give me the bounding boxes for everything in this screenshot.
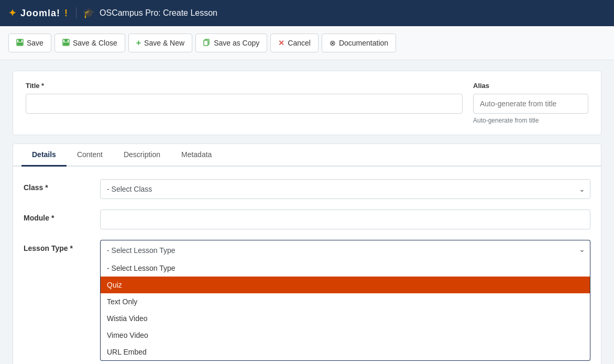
cancel-icon: ✕: [278, 39, 284, 47]
title-section: Title * Alias Auto-generate from title: [13, 71, 601, 135]
alias-input[interactable]: [473, 94, 588, 114]
class-row: Class * - Select Class ⌄: [24, 179, 590, 199]
dropdown-option-vimeo[interactable]: Vimeo Video: [101, 327, 590, 344]
lesson-type-row: Lesson Type * - Select Lesson Type ⌄ - S…: [24, 240, 590, 361]
alias-field-group: Alias Auto-generate from title: [473, 82, 588, 124]
lesson-type-selected-value: - Select Lesson Type: [107, 246, 175, 255]
dropdown-option-wistia[interactable]: Wistia Video: [101, 310, 590, 327]
dropdown-option-quiz[interactable]: Quiz: [101, 277, 590, 293]
top-nav: ✦ Joomla! ! 🎓 OSCampus Pro: Create Lesso…: [0, 0, 614, 26]
cancel-label: Cancel: [288, 39, 311, 47]
graduation-cap-icon: 🎓: [83, 7, 94, 19]
toolbar: Save Save & Close + Save & New Save as C…: [0, 26, 614, 60]
svg-rect-2: [17, 42, 23, 45]
lesson-type-select-wrapper: - Select Lesson Type ⌄: [100, 240, 590, 260]
lesson-type-dropdown: - Select Lesson Type Quiz Text Only Wist…: [100, 260, 590, 361]
class-select[interactable]: - Select Class: [100, 179, 590, 199]
joomla-star-icon: ✦: [8, 7, 16, 19]
save-icon: [16, 39, 24, 48]
documentation-button[interactable]: ⊗ Documentation: [322, 34, 396, 52]
joomla-logo: ✦ Joomla! !: [8, 7, 76, 19]
details-tab-content: Class * - Select Class ⌄ Module *: [13, 167, 601, 364]
alias-label: Alias: [473, 82, 588, 90]
tab-content[interactable]: Content: [67, 144, 113, 167]
save-label: Save: [27, 39, 43, 47]
svg-rect-1: [18, 39, 21, 42]
save-new-icon: +: [136, 38, 141, 48]
title-label: Title *: [26, 82, 463, 90]
module-input[interactable]: [100, 209, 590, 229]
module-row: Module *: [24, 209, 590, 229]
module-field: [100, 209, 590, 229]
save-copy-button[interactable]: Save as Copy: [195, 34, 267, 52]
title-field-group: Title *: [26, 82, 463, 114]
docs-icon: ⊗: [330, 39, 336, 47]
main-content: Title * Alias Auto-generate from title D…: [0, 60, 614, 364]
save-copy-label: Save as Copy: [214, 39, 259, 47]
save-new-label: Save & New: [144, 39, 184, 47]
joomla-exclaim: !: [64, 8, 68, 19]
class-label: Class *: [24, 179, 92, 192]
lesson-type-label: Lesson Type *: [24, 240, 92, 252]
title-alias-row: Title * Alias Auto-generate from title: [26, 82, 588, 124]
class-select-wrapper: - Select Class ⌄: [100, 179, 590, 199]
save-close-label: Save & Close: [73, 39, 117, 47]
save-close-icon: [62, 39, 70, 48]
dropdown-option-text-only[interactable]: Text Only: [101, 293, 590, 310]
dropdown-option-url-embed[interactable]: URL Embed: [101, 344, 590, 360]
tab-description[interactable]: Description: [113, 144, 171, 167]
class-field: - Select Class ⌄: [100, 179, 590, 199]
tab-metadata[interactable]: Metadata: [171, 144, 222, 167]
page-title-nav: 🎓 OSCampus Pro: Create Lesson: [83, 7, 217, 19]
save-copy-icon: [203, 39, 211, 48]
svg-rect-5: [63, 42, 69, 45]
title-input[interactable]: [26, 94, 463, 114]
svg-rect-7: [204, 40, 208, 46]
tabs-header: Details Content Description Metadata: [13, 144, 601, 167]
dropdown-option-default[interactable]: - Select Lesson Type: [101, 260, 590, 277]
save-close-button[interactable]: Save & Close: [54, 34, 125, 52]
tabs-section: Details Content Description Metadata Cla…: [13, 144, 601, 364]
lesson-type-select-display[interactable]: - Select Lesson Type: [100, 240, 590, 260]
save-button[interactable]: Save: [8, 34, 51, 52]
svg-rect-4: [64, 39, 68, 42]
module-label: Module *: [24, 209, 92, 222]
alias-hint: Auto-generate from title: [473, 117, 588, 124]
lesson-type-field: - Select Lesson Type ⌄ - Select Lesson T…: [100, 240, 590, 361]
cancel-button[interactable]: ✕ Cancel: [270, 34, 319, 52]
page-title: OSCampus Pro: Create Lesson: [100, 8, 217, 18]
save-new-button[interactable]: + Save & New: [128, 34, 192, 52]
joomla-wordmark: Joomla!: [20, 8, 60, 19]
tab-details[interactable]: Details: [21, 144, 67, 167]
documentation-label: Documentation: [339, 39, 388, 47]
